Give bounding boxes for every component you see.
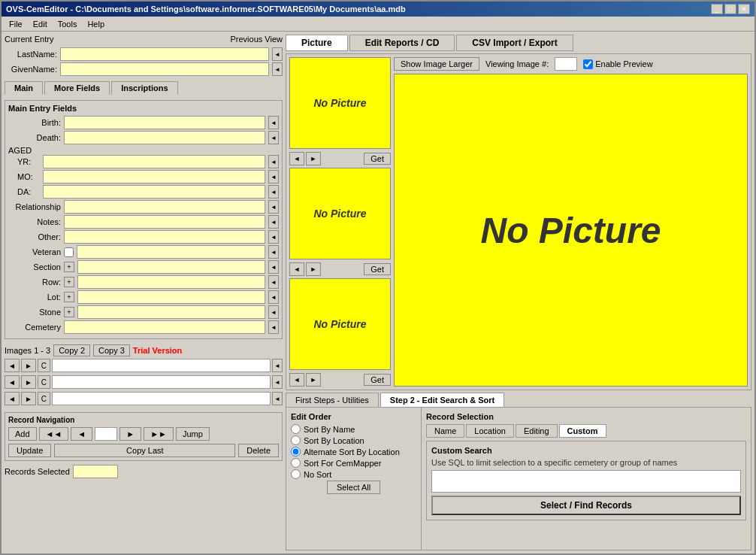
menu-tools[interactable]: Tools [53,19,82,29]
sel-tab-custom[interactable]: Custom [559,424,606,438]
tab-picture[interactable]: Picture [286,35,348,51]
prev-btn[interactable]: ◄ [71,427,92,441]
tab-more-fields[interactable]: More Fields [44,81,110,95]
sel-tab-name[interactable]: Name [426,424,464,438]
other-nav-btn[interactable]: ◄ [268,230,279,244]
thumb3-get-btn[interactable]: Get [364,374,391,386]
img1-c-btn[interactable]: C [38,359,50,372]
thumb1-prev-btn[interactable]: ◄ [289,152,304,165]
no-sort-radio[interactable] [291,469,301,479]
givenname-nav-btn[interactable]: ◄ [272,62,283,76]
mo-input[interactable] [43,170,265,183]
stone-plus-btn[interactable]: + [64,307,74,317]
notes-nav-btn[interactable]: ◄ [268,215,279,229]
sort-location-radio[interactable] [291,435,301,445]
close-button[interactable]: ✕ [738,4,750,14]
stone-input[interactable] [77,305,265,319]
da-nav-btn[interactable]: ◄ [268,185,279,199]
tab-first-steps[interactable]: First Steps - Utilities [286,393,379,407]
lot-input[interactable] [77,290,265,304]
sort-name-radio[interactable] [291,424,301,434]
cemetery-nav-btn[interactable]: ◄ [268,320,279,334]
tab-edit-reports[interactable]: Edit Reports / CD [349,35,455,51]
thumb2-next-btn[interactable]: ► [306,262,321,276]
yr-input[interactable] [43,155,265,168]
img3-c-btn[interactable]: C [38,392,50,405]
tab-inscriptions[interactable]: Inscriptions [111,81,177,95]
next-btn[interactable]: ► [119,427,141,441]
img3-next-btn[interactable]: ► [21,392,36,405]
viewing-input[interactable]: 1 [555,57,577,71]
img3-nav-btn[interactable]: ◄ [272,392,283,405]
section-plus-btn[interactable]: + [64,262,74,272]
minimize-button[interactable]: _ [711,4,723,14]
show-larger-button[interactable]: Show Image Larger [394,57,479,71]
update-button[interactable]: Update [8,444,51,457]
jump-button[interactable]: Jump [176,427,210,441]
birth-input[interactable] [64,116,265,129]
da-input[interactable] [43,185,265,199]
lot-plus-btn[interactable]: + [64,292,74,302]
sort-cemmapper-radio[interactable] [291,458,301,468]
section-nav-btn[interactable]: ◄ [268,260,279,274]
tab-step2[interactable]: Step 2 - Edit Search & Sort [380,393,504,407]
veteran-nav-btn[interactable]: ◄ [268,245,279,259]
records-selected-input[interactable]: 1 [73,465,118,478]
first-btn[interactable]: ◄◄ [39,427,69,441]
copy3-button[interactable]: Copy 3 [93,344,130,356]
delete-button[interactable]: Delete [238,444,279,457]
img2-next-btn[interactable]: ► [21,375,36,389]
section-input[interactable] [77,260,265,274]
death-input[interactable] [64,131,265,144]
maximize-button[interactable]: □ [724,4,736,14]
row-nav-btn[interactable]: ◄ [268,275,279,289]
row-input[interactable] [77,275,265,289]
enable-preview-checkbox[interactable] [583,59,593,69]
relationship-input[interactable] [64,200,265,214]
img3-prev-btn[interactable]: ◄ [5,392,20,405]
select-all-button[interactable]: Select All [327,481,380,494]
img2-nav-btn[interactable]: ◄ [272,375,283,389]
menu-file[interactable]: File [5,19,27,29]
page-input[interactable]: 1 [95,427,117,441]
row-plus-btn[interactable]: + [64,277,74,287]
thumb1-get-btn[interactable]: Get [364,153,391,165]
select-find-button[interactable]: Select / Find Records [431,496,741,515]
custom-search-input[interactable] [431,470,741,493]
thumb1-next-btn[interactable]: ► [306,152,321,165]
tab-csv[interactable]: CSV Import / Export [456,35,573,51]
img2-c-btn[interactable]: C [38,375,50,389]
lastname-input[interactable] [60,47,269,61]
mo-nav-btn[interactable]: ◄ [268,170,279,183]
birth-nav-btn[interactable]: ◄ [268,116,279,129]
sel-tab-location[interactable]: Location [466,424,514,438]
other-input[interactable] [64,230,265,244]
copy2-button[interactable]: Copy 2 [53,344,90,356]
thumb3-prev-btn[interactable]: ◄ [289,373,304,387]
veteran-input[interactable] [77,245,265,259]
thumb2-prev-btn[interactable]: ◄ [289,262,304,276]
thumb3-next-btn[interactable]: ► [306,373,321,387]
add-button[interactable]: Add [8,427,37,441]
givenname-input[interactable] [60,62,269,76]
last-btn[interactable]: ►► [144,427,174,441]
relationship-nav-btn[interactable]: ◄ [268,200,279,214]
tab-main[interactable]: Main [5,81,43,95]
img1-next-btn[interactable]: ► [21,359,36,372]
img1-nav-btn[interactable]: ◄ [272,359,283,372]
sel-tab-editing[interactable]: Editing [516,424,558,438]
cemetery-input[interactable] [64,320,265,334]
yr-nav-btn[interactable]: ◄ [268,155,279,168]
img2-prev-btn[interactable]: ◄ [5,375,20,389]
img1-prev-btn[interactable]: ◄ [5,359,20,372]
img1-input[interactable] [52,359,271,372]
death-nav-btn[interactable]: ◄ [268,131,279,144]
thumb2-get-btn[interactable]: Get [364,263,391,275]
alt-sort-radio[interactable] [291,447,301,456]
lastname-nav-btn[interactable]: ◄ [272,47,283,61]
notes-input[interactable] [64,215,265,229]
menu-edit[interactable]: Edit [29,19,52,29]
img3-input[interactable] [52,392,271,405]
stone-nav-btn[interactable]: ◄ [268,305,279,319]
img2-input[interactable] [52,375,271,389]
